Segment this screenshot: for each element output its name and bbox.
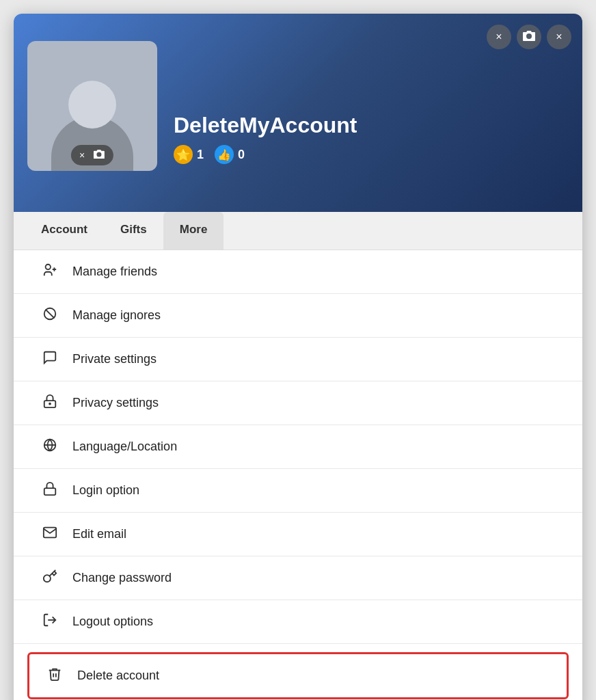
menu-item-edit-email[interactable]: Edit email	[14, 513, 582, 556]
like-count: 0	[238, 148, 245, 162]
banner-close2-button[interactable]: ×	[547, 25, 571, 49]
banner-controls: × ×	[487, 25, 571, 49]
menu-item-logout-options[interactable]: Logout options	[14, 600, 582, 644]
close2-icon: ×	[556, 31, 562, 43]
banner-camera-button[interactable]	[517, 25, 541, 49]
svg-point-6	[49, 403, 51, 405]
profile-username: DeleteMyAccount	[174, 113, 357, 138]
menu-item-delete-account[interactable]: Delete account	[27, 652, 569, 699]
profile-section: × DeleteMyAccount ⭐	[27, 41, 569, 185]
menu-list: Manage friends Manage ignores Private se…	[14, 250, 582, 700]
star-icon: ⭐	[174, 145, 193, 164]
tabs-bar: Account Gifts More	[14, 212, 582, 250]
tab-account[interactable]: Account	[25, 212, 104, 250]
banner-close1-button[interactable]: ×	[487, 25, 511, 49]
menu-item-manage-friends[interactable]: Manage friends	[14, 250, 582, 294]
manage-friends-label: Manage friends	[72, 265, 157, 279]
manage-ignores-icon	[41, 306, 59, 325]
menu-item-login-option[interactable]: Login option	[14, 469, 582, 513]
private-settings-label: Private settings	[72, 352, 157, 366]
avatar-camera-button[interactable]	[92, 148, 107, 163]
menu-item-private-settings[interactable]: Private settings	[14, 338, 582, 381]
star-badge: ⭐ 1	[174, 145, 204, 164]
avatar-controls: ×	[71, 145, 113, 165]
login-option-label: Login option	[72, 483, 139, 498]
avatar-remove-icon: ×	[79, 150, 85, 161]
svg-point-0	[46, 265, 51, 269]
privacy-settings-label: Privacy settings	[72, 396, 159, 410]
avatar-camera-icon	[93, 149, 105, 161]
avatar-container: ×	[27, 41, 157, 171]
profile-banner: × ×	[14, 14, 582, 212]
modal-container: × ×	[14, 14, 582, 700]
like-badge: 👍 0	[215, 145, 245, 164]
close1-icon: ×	[496, 31, 502, 43]
svg-line-4	[46, 310, 55, 319]
edit-email-label: Edit email	[72, 527, 126, 541]
star-count: 1	[197, 148, 204, 162]
profile-info: DeleteMyAccount ⭐ 1 👍 0	[174, 113, 357, 171]
tab-gifts[interactable]: Gifts	[104, 212, 163, 250]
language-location-label: Language/Location	[72, 440, 177, 454]
camera-icon	[522, 30, 536, 44]
avatar-remove-button[interactable]: ×	[78, 148, 86, 162]
login-icon	[41, 481, 59, 500]
svg-point-10	[44, 575, 51, 582]
privacy-settings-icon	[41, 394, 59, 412]
tab-more[interactable]: More	[163, 212, 224, 250]
change-password-label: Change password	[72, 571, 172, 585]
manage-friends-icon	[41, 262, 59, 281]
logout-options-label: Logout options	[72, 615, 153, 629]
password-icon	[41, 569, 59, 587]
avatar-head	[68, 81, 116, 129]
email-icon	[41, 525, 59, 543]
language-icon	[41, 438, 59, 456]
profile-stats: ⭐ 1 👍 0	[174, 145, 357, 164]
private-settings-icon	[41, 350, 59, 368]
like-icon: 👍	[215, 145, 234, 164]
menu-item-language-location[interactable]: Language/Location	[14, 425, 582, 469]
delete-account-icon	[46, 667, 64, 685]
delete-account-label: Delete account	[77, 669, 159, 683]
menu-item-manage-ignores[interactable]: Manage ignores	[14, 294, 582, 338]
svg-rect-9	[44, 488, 56, 495]
logout-icon	[41, 612, 59, 631]
menu-item-privacy-settings[interactable]: Privacy settings	[14, 381, 582, 425]
manage-ignores-label: Manage ignores	[72, 308, 161, 323]
menu-item-change-password[interactable]: Change password	[14, 556, 582, 600]
